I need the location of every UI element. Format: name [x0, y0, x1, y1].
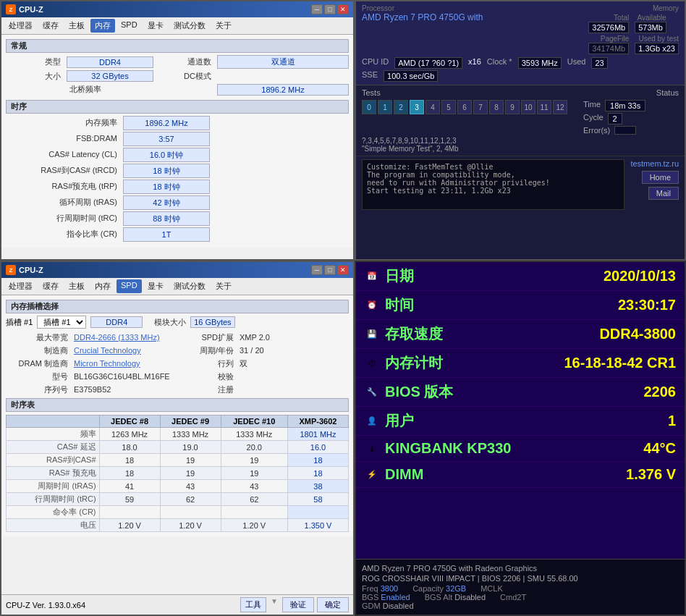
menu-spd[interactable]: SPD	[117, 19, 142, 33]
xmp-cell: 16.0	[287, 441, 348, 454]
confirm-button[interactable]: 确定	[317, 597, 349, 612]
rc-label: 行周期时间 (tRC)	[6, 211, 122, 226]
model-value: BL16G36C16U4BL.M16FE	[74, 371, 183, 382]
dram-value: Micron Technology	[74, 358, 183, 369]
cpuz-spd-window: Z CPU-Z ─ □ ✕ 处理器 缓存 主板 内存 SPD 显卡 测试分数 关…	[0, 261, 355, 616]
bios-icon: 🔧	[365, 385, 379, 400]
test-sequence: ?,3,4,5,6,7,8,9,10,11,12,1,2,3	[362, 137, 679, 145]
menu-gpu[interactable]: 显卡	[143, 19, 168, 33]
total-label: Total	[588, 14, 629, 22]
j8-cell: 18	[99, 467, 160, 480]
menu-bench[interactable]: 测试分数	[169, 19, 210, 33]
cycle-label: Cycle	[583, 113, 604, 125]
nb-freq-value: 1896.2 MHz	[217, 84, 349, 96]
spd-minimize-btn[interactable]: ─	[311, 265, 323, 275]
spd-menu-processor[interactable]: 处理器	[4, 279, 37, 293]
xmp-cell: 18	[287, 454, 348, 467]
clock-label: Clock *	[487, 57, 512, 69]
row-label: RAS#到CAS#	[7, 454, 100, 467]
cr-label: 指令比率 (CR)	[6, 227, 122, 242]
fsb-dram-label: FSB:DRAM	[6, 132, 122, 146]
mem-freq-label: 内存频率	[6, 116, 122, 130]
register-label: 注册	[186, 384, 237, 395]
test-0: 0	[362, 100, 376, 114]
table-row: RAS#到CAS# 18 19 19 18	[7, 454, 349, 467]
test-4: 4	[425, 100, 440, 114]
spd-ext-label: SPD扩展	[186, 332, 237, 343]
time-label: Time	[583, 100, 601, 111]
j9-cell	[160, 506, 221, 519]
used-label: Used	[567, 57, 586, 69]
spd-maximize-btn[interactable]: □	[324, 265, 336, 275]
j9-cell: 19	[160, 467, 221, 480]
close-btn[interactable]: ✕	[337, 4, 349, 14]
cpuz-spd-title-left: Z CPU-Z	[6, 265, 43, 275]
j8-cell: 1.20 V	[99, 519, 160, 532]
test-2: 2	[394, 100, 408, 114]
menu-cache[interactable]: 缓存	[38, 19, 63, 33]
validate-button[interactable]: 验证	[282, 597, 314, 612]
mail-button[interactable]: Mail	[648, 187, 679, 200]
jedec-col-9: JEDEC #9	[160, 415, 221, 428]
menu-memory[interactable]: 内存	[90, 19, 115, 33]
capacity-label: Capacity	[412, 584, 446, 593]
used-value: 23	[591, 57, 607, 69]
memory-section: Memory Total 32576Mb Available 573Mb Pag…	[588, 4, 679, 54]
processor-label: Processor	[362, 4, 483, 12]
spd-menu-memory[interactable]: 内存	[90, 279, 115, 293]
tools-button[interactable]: 工具	[240, 597, 266, 612]
serial-label: 序列号	[6, 384, 71, 395]
time-value: 23:30:17	[618, 297, 676, 313]
maximize-btn[interactable]: □	[324, 4, 336, 14]
gdm-value: Disabled	[383, 602, 414, 610]
hw-speed-row: 💾 存取速度 DDR4-3800	[356, 320, 685, 349]
used-by-test-label: Used by test	[635, 35, 679, 43]
menu-about[interactable]: 关于	[211, 19, 236, 33]
spd-menu-about[interactable]: 关于	[211, 279, 236, 293]
j8-cell: 18.0	[99, 441, 160, 454]
bios-value: 2206	[644, 384, 677, 400]
cas-value: 16.0 时钟	[123, 148, 210, 162]
memory-label: Memory	[588, 4, 679, 12]
hw-bottom-row3: GDM Disabled	[362, 602, 679, 610]
website-link[interactable]: testmem.tz.ru	[630, 159, 679, 168]
test-9: 9	[505, 100, 520, 114]
home-button[interactable]: Home	[642, 171, 679, 184]
processor-section: Processor AMD Ryzen 7 PRO 4750G with	[362, 4, 483, 54]
cpuz-spd-titlebar: Z CPU-Z ─ □ ✕	[1, 262, 353, 278]
menu-processor[interactable]: 处理器	[4, 19, 37, 33]
model-label: 型号	[6, 371, 71, 382]
log-line-4: Start testing at 23:11, 1.2Gb x23	[367, 187, 619, 195]
j10-cell: 19	[221, 467, 287, 480]
spd-menu-bench[interactable]: 测试分数	[169, 279, 210, 293]
menu-mainboard[interactable]: 主板	[64, 19, 89, 33]
timer-icon: ⏱	[365, 356, 379, 371]
ras-label: 循环周期 (tRAS)	[6, 195, 122, 210]
pagefile-label: PageFile	[588, 35, 629, 43]
spd-close-btn[interactable]: ✕	[337, 265, 349, 275]
sse-label: SSE	[362, 70, 378, 82]
user-icon: 👤	[365, 414, 379, 429]
spd-menu-cache[interactable]: 缓存	[38, 279, 63, 293]
xmp-cell: 58	[287, 493, 348, 506]
fsb-dram-value: 3:57	[123, 132, 210, 146]
cpuz-spd-icon: Z	[6, 265, 16, 275]
tm-log-area: Customize: FastMemTest @Ollie The progra…	[362, 159, 624, 210]
row-label: RAS# 预充电	[7, 467, 100, 480]
nb-label2: 北桥频率	[67, 83, 153, 96]
spd-menu-mainboard[interactable]: 主板	[64, 279, 89, 293]
cpuz-mem-title: CPU-Z	[19, 5, 43, 14]
errors-value	[614, 126, 636, 135]
minimize-btn[interactable]: ─	[311, 4, 323, 14]
spd-menu-gpu[interactable]: 显卡	[143, 279, 168, 293]
j9-cell: 43	[160, 480, 221, 493]
slot-dropdown[interactable]: 插槽 #1	[37, 316, 86, 329]
j9-cell: 19.0	[160, 441, 221, 454]
test-6: 6	[457, 100, 472, 114]
freq-label: Freq	[362, 584, 381, 593]
size-label: 大小	[6, 71, 64, 82]
cmd2t-label: Cmd2T	[500, 593, 526, 602]
temp-icon: 🌡	[365, 442, 379, 456]
j10-cell: 20.0	[221, 441, 287, 454]
spd-menu-spd[interactable]: SPD	[117, 279, 142, 293]
